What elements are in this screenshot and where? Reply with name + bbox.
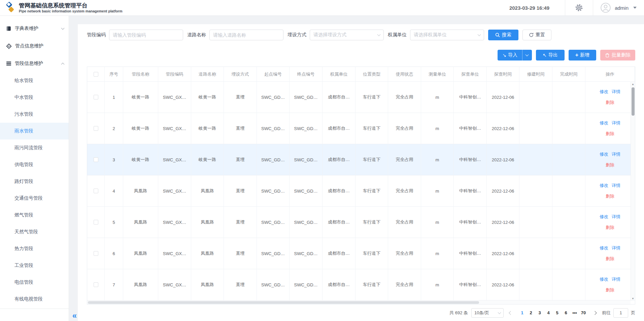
row-checkbox[interactable] <box>94 157 98 162</box>
sidebar-subitem[interactable]: 天然气管段 <box>0 224 69 240</box>
goto-label: 前往 <box>602 310 611 316</box>
sidebar-subitem[interactable]: 供电管段 <box>0 156 69 173</box>
cell-survey_date: 2022-12-06 <box>487 113 519 144</box>
datetime-display: 2023-03-29 16:49 <box>506 5 565 11</box>
scroll-up-icon[interactable]: ▲ <box>631 83 635 86</box>
detail-link[interactable]: 详情 <box>612 214 620 220</box>
sidebar-collapse-button[interactable]: « <box>72 311 77 320</box>
table-row[interactable]: 4凤凰路SWC_GX…凤凰路直埋SWC_GD…SWC_GD…成都市自…车行道下完… <box>87 175 635 207</box>
table-row[interactable]: 2岐黄一路SWC_GX…岐黄一路直埋SWC_GD…SWC_GD…成都市自…车行道… <box>87 113 635 144</box>
table-row[interactable]: 3岐黄一路SWC_GX…岐黄一路直埋SWC_GD…SWC_GD…成都市自…车行道… <box>87 144 635 175</box>
detail-link[interactable]: 详情 <box>612 183 620 189</box>
page-ellipsis[interactable]: ••• <box>570 308 579 318</box>
edit-link[interactable]: 修改 <box>600 151 608 157</box>
data-table: 序号管段名称管段编码道路名称埋设方式起点编号终点编号权属单位位置类型使用状态测量… <box>87 67 635 305</box>
delete-link[interactable]: 删除 <box>606 99 614 106</box>
row-checkbox[interactable] <box>94 251 98 256</box>
plus-icon: + <box>575 52 578 58</box>
sidebar-subitem[interactable]: 热力管段 <box>0 240 69 257</box>
sidebar-subitem[interactable]: 交通信号管段 <box>0 190 69 207</box>
page-size-select[interactable]: 10条/页 <box>471 308 504 318</box>
row-checkbox[interactable] <box>94 220 98 225</box>
sidebar-item-pipe-points[interactable]: 管点信息维护 <box>0 37 69 55</box>
owner-unit-select[interactable]: 请选择权属单位 <box>410 30 484 40</box>
detail-link[interactable]: 详情 <box>612 245 620 251</box>
reset-button[interactable]: 重置 <box>522 30 551 40</box>
sidebar-footer: « <box>0 309 69 321</box>
chevron-up-icon <box>61 63 65 66</box>
sidebar-item-dictionary[interactable]: 字典表维护 <box>0 20 69 37</box>
row-checkbox[interactable] <box>94 189 98 193</box>
sidebar-subitem[interactable]: 燃气管段 <box>0 207 69 224</box>
road-name-input[interactable] <box>209 30 283 40</box>
table-row[interactable]: 7凤凰路SWC_GX…凤凰路直埋SWC_GD…SWC_GD…成都市自…车行道下完… <box>87 269 635 300</box>
batch-delete-button[interactable]: 批量删除 <box>600 50 635 61</box>
sidebar-item-pipe-segments[interactable]: 管段信息维护 <box>0 55 69 72</box>
row-checkbox[interactable] <box>94 126 98 131</box>
table-row[interactable]: 5凤凰路SWC_GX…凤凰路直埋SWC_GD…SWC_GD…成都市自…车行道下完… <box>87 207 635 238</box>
detail-link[interactable]: 详情 <box>612 120 620 126</box>
edit-link[interactable]: 修改 <box>600 89 608 95</box>
page-number-button[interactable]: 6 <box>562 308 570 318</box>
page-number-button[interactable]: 4 <box>544 308 553 318</box>
next-page-button[interactable] <box>591 308 599 318</box>
prev-page-button[interactable] <box>507 308 514 318</box>
detail-link[interactable]: 详情 <box>612 89 620 95</box>
sidebar-subitem[interactable]: 路灯管段 <box>0 173 69 190</box>
row-actions-cell: 修改详情删除 <box>585 82 635 113</box>
add-button[interactable]: + 新增 <box>569 50 596 61</box>
bury-method-select[interactable]: 请选择埋设方式 <box>310 30 384 40</box>
delete-link[interactable]: 删除 <box>606 256 614 262</box>
cell-survey_org: 中科智创… <box>454 82 487 113</box>
sidebar-subitem[interactable]: 有线电视管段 <box>0 291 69 308</box>
delete-link[interactable]: 删除 <box>606 131 614 137</box>
edit-link[interactable]: 修改 <box>600 276 608 282</box>
delete-link[interactable]: 删除 <box>606 162 614 168</box>
detail-link[interactable]: 详情 <box>612 276 620 282</box>
sidebar-subitem[interactable]: 中水管段 <box>0 89 69 106</box>
vertical-scrollbar[interactable]: ▲ ▼ <box>631 82 635 300</box>
sidebar-subitem[interactable]: 工业管段 <box>0 257 69 274</box>
edit-link[interactable]: 修改 <box>600 245 608 251</box>
page-number-button[interactable]: 3 <box>535 308 544 318</box>
cell-survey_org: 中科智创… <box>454 144 487 175</box>
cell-survey_org: 中科智创… <box>454 113 487 144</box>
page-number-button[interactable]: 2 <box>527 308 535 318</box>
sidebar-subitem[interactable]: 雨污同流管段 <box>0 139 69 156</box>
import-button[interactable]: ↘ 导入 <box>498 50 522 61</box>
page-number-button[interactable]: 5 <box>553 308 562 318</box>
cell-position: 车行道下 <box>355 113 388 144</box>
sidebar-subitem[interactable]: 污水管段 <box>0 106 69 123</box>
settings-button[interactable] <box>565 0 593 16</box>
sidebar-subitem[interactable]: 电信管段 <box>0 274 69 291</box>
import-dropdown-button[interactable] <box>522 50 532 61</box>
delete-link[interactable]: 删除 <box>606 287 614 293</box>
detail-link[interactable]: 详情 <box>612 151 620 157</box>
horizontal-scrollbar-thumb[interactable] <box>88 301 479 304</box>
user-menu[interactable]: admin <box>593 0 644 16</box>
cell-index: 2 <box>105 113 123 144</box>
scroll-down-icon[interactable]: ▼ <box>631 297 635 300</box>
vertical-scrollbar-thumb[interactable] <box>632 87 635 116</box>
page-number-button[interactable]: 70 <box>579 308 588 318</box>
trash-icon <box>605 53 610 57</box>
edit-link[interactable]: 修改 <box>600 214 608 220</box>
table-row[interactable]: 6凤凰路SWC_GX…凤凰路直埋SWC_GD…SWC_GD…成都市自…车行道下完… <box>87 238 635 269</box>
sidebar-subitem[interactable]: 雨水管段 <box>0 123 69 139</box>
export-button[interactable]: ↖ 导出 <box>536 50 565 61</box>
row-checkbox[interactable] <box>94 282 98 287</box>
delete-link[interactable]: 删除 <box>606 225 614 231</box>
goto-page-input[interactable] <box>613 308 628 318</box>
table-row[interactable]: 1岐黄一路SWC_GX…岐黄一路直埋SWC_GD…SWC_GD…成都市自…车行道… <box>87 82 635 113</box>
sidebar-subitem[interactable]: 给水管段 <box>0 72 69 89</box>
row-checkbox[interactable] <box>94 95 98 99</box>
select-all-checkbox[interactable] <box>94 72 98 77</box>
edit-link[interactable]: 修改 <box>600 120 608 126</box>
page-number-button[interactable]: 1 <box>518 308 527 318</box>
delete-link[interactable]: 删除 <box>606 193 614 199</box>
cell-index: 1 <box>105 82 123 113</box>
search-button[interactable]: 搜索 <box>488 30 518 40</box>
edit-link[interactable]: 修改 <box>600 183 608 189</box>
horizontal-scrollbar[interactable] <box>87 300 631 304</box>
segment-code-input[interactable] <box>109 30 183 40</box>
